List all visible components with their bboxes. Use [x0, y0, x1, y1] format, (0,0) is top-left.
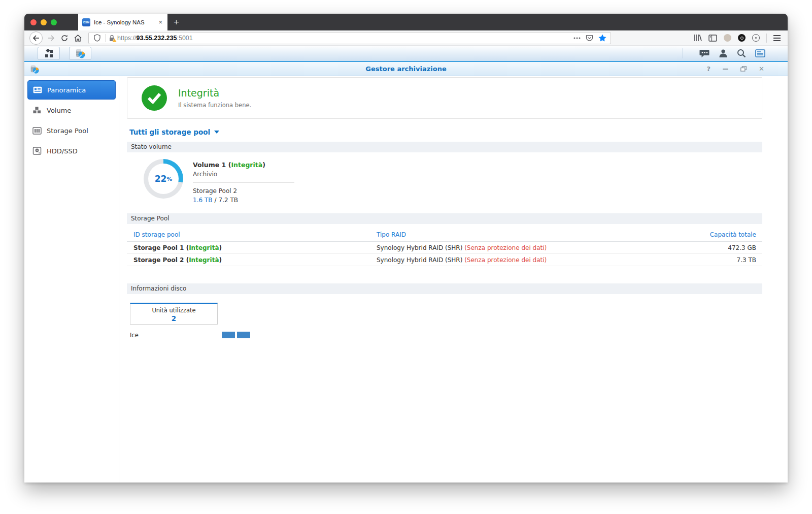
used-drives-value: 2 — [130, 314, 217, 323]
pool-capacity: 472.3 GB — [686, 244, 762, 251]
window-title-bar[interactable]: Gestore archiviazione ? ✕ — [24, 62, 788, 76]
notifications-chat-icon[interactable] — [699, 49, 709, 58]
main-menu-button[interactable] — [38, 47, 60, 60]
user-account-icon[interactable] — [719, 49, 728, 58]
volume-cubes-icon — [32, 106, 42, 114]
toolbar-right-icons — [693, 34, 783, 43]
url-port: :5001 — [177, 35, 192, 42]
desktop: DSM Ice - Synology NAS × + — [0, 0, 812, 514]
browser-tab[interactable]: DSM Ice - Synology NAS × — [78, 14, 167, 30]
new-tab-button[interactable]: + — [167, 14, 185, 30]
browser-toolbar: https://93.55.232.235:5001 — [24, 30, 788, 46]
sidebar: Panoramica Volume Storage Pool HDD/ — [24, 76, 119, 483]
extension-icon-2[interactable] — [738, 34, 746, 42]
minimize-button[interactable] — [723, 69, 728, 70]
back-button[interactable] — [29, 31, 43, 45]
volume-usage-percent: 22 — [155, 174, 167, 184]
forward-button[interactable] — [45, 31, 58, 45]
table-row[interactable]: Storage Pool 1 (Integrità) Synology Hybr… — [127, 242, 762, 254]
extension-icon-3[interactable] — [752, 34, 760, 42]
dsm-taskbar — [24, 46, 788, 62]
volume-divider — [193, 182, 294, 183]
column-header-raid[interactable]: Tipo RAID — [377, 231, 686, 238]
taskbar-divider — [683, 48, 683, 58]
dsm-favicon-icon: DSM — [82, 18, 90, 26]
storage-pool-table: ID storage pool Tipo RAID Capacità total… — [127, 228, 762, 266]
url-bar-actions — [573, 34, 607, 42]
section-header-storage-pool: Storage Pool — [127, 213, 762, 224]
used-drives-card: Unità utilizzate 2 — [130, 303, 218, 325]
sidebar-panel-icon[interactable] — [708, 35, 717, 42]
column-header-id[interactable]: ID storage pool — [127, 231, 377, 238]
health-check-icon — [142, 85, 167, 111]
browser-window: DSM Ice - Synology NAS × + — [24, 14, 788, 483]
chevron-down-icon — [214, 131, 219, 134]
restore-button[interactable] — [740, 66, 747, 72]
page-actions-icon[interactable] — [573, 37, 581, 39]
connection-lock-warning-icon[interactable] — [109, 35, 115, 42]
app-menu-icon[interactable] — [773, 35, 781, 41]
reload-icon — [61, 35, 68, 42]
hdd-disk-icon — [32, 147, 42, 155]
column-header-capacity[interactable]: Capacità totale — [686, 231, 762, 238]
tab-close-icon[interactable]: × — [157, 18, 163, 26]
sidebar-item-label: HDD/SSD — [47, 147, 78, 155]
url-protocol: https:// — [117, 35, 137, 42]
library-icon[interactable] — [693, 34, 702, 42]
volume-pool-name: Storage Pool 2 — [193, 187, 325, 195]
tracking-protection-shield-icon[interactable] — [92, 31, 102, 45]
taskbar-right-icons — [683, 48, 765, 58]
overview-card-icon — [33, 86, 42, 93]
toolbar-divider — [766, 34, 767, 43]
url-bar[interactable]: https://93.55.232.235:5001 — [88, 32, 611, 44]
sidebar-item-hdd-ssd[interactable]: HDD/SSD — [27, 141, 116, 160]
pool-raid-type: Synology Hybrid RAID (SHR) — [377, 244, 462, 251]
volume-description: Archivio — [193, 171, 325, 178]
storage-manager-taskbar-button[interactable] — [69, 47, 91, 60]
extension-icon-1[interactable] — [724, 34, 731, 42]
close-button[interactable]: ✕ — [759, 66, 764, 72]
sidebar-item-volume[interactable]: Volume — [27, 101, 116, 120]
storage-pool-filter-dropdown[interactable]: Tutti gli storage pool — [129, 128, 219, 136]
pool-status: Integrità — [189, 256, 219, 264]
pool-warning: (Senza protezione dei dati) — [464, 244, 547, 251]
macos-window-controls — [24, 14, 64, 30]
reload-button[interactable] — [58, 31, 71, 45]
window-title: Gestore archiviazione — [24, 65, 788, 73]
home-button[interactable] — [71, 31, 84, 45]
close-window-button[interactable] — [30, 19, 37, 25]
storage-pool-icon — [32, 127, 42, 135]
url-text[interactable]: https://93.55.232.235:5001 — [117, 35, 573, 42]
volume-total: 7.2 TB — [219, 197, 238, 204]
drive-slot-1[interactable] — [222, 332, 235, 338]
search-icon[interactable] — [737, 49, 746, 58]
pool-name: Storage Pool 1 — [133, 244, 184, 251]
sidebar-item-storage-pool[interactable]: Storage Pool — [27, 121, 116, 140]
used-drives-label: Unità utilizzate — [130, 307, 217, 314]
tab-title: Ice - Synology NAS — [94, 19, 154, 25]
volume-name-line: Volume 1 (Integrità) — [193, 161, 325, 169]
drive-slot-2[interactable] — [237, 332, 250, 338]
url-host: 93.55.232.235 — [137, 35, 177, 42]
bookmark-star-icon[interactable] — [598, 34, 606, 42]
main-menu-grid-icon — [45, 49, 53, 58]
storage-manager-app-icon — [75, 48, 86, 59]
sidebar-item-panoramica[interactable]: Panoramica — [27, 80, 116, 100]
sidebar-item-label: Panoramica — [47, 86, 86, 94]
window-controls: ? ✕ — [707, 66, 764, 72]
widgets-panel-icon[interactable] — [755, 49, 765, 57]
help-button[interactable]: ? — [707, 66, 711, 72]
zoom-window-button[interactable] — [51, 19, 57, 25]
sidebar-item-label: Storage Pool — [47, 127, 88, 135]
sidebar-item-label: Volume — [47, 107, 71, 114]
health-subtitle: Il sistema funziona bene. — [178, 102, 251, 109]
url-divider — [105, 34, 106, 42]
filter-label: Tutti gli storage pool — [129, 128, 210, 136]
table-row[interactable]: Storage Pool 2 (Integrità) Synology Hybr… — [127, 254, 762, 266]
section-header-volume-status: Stato volume — [127, 142, 762, 152]
minimize-window-button[interactable] — [41, 19, 47, 25]
volume-used: 1.6 TB — [193, 197, 212, 204]
pocket-icon[interactable] — [586, 35, 593, 42]
health-title: Integrità — [178, 87, 251, 99]
pool-status: Integrità — [189, 244, 219, 251]
